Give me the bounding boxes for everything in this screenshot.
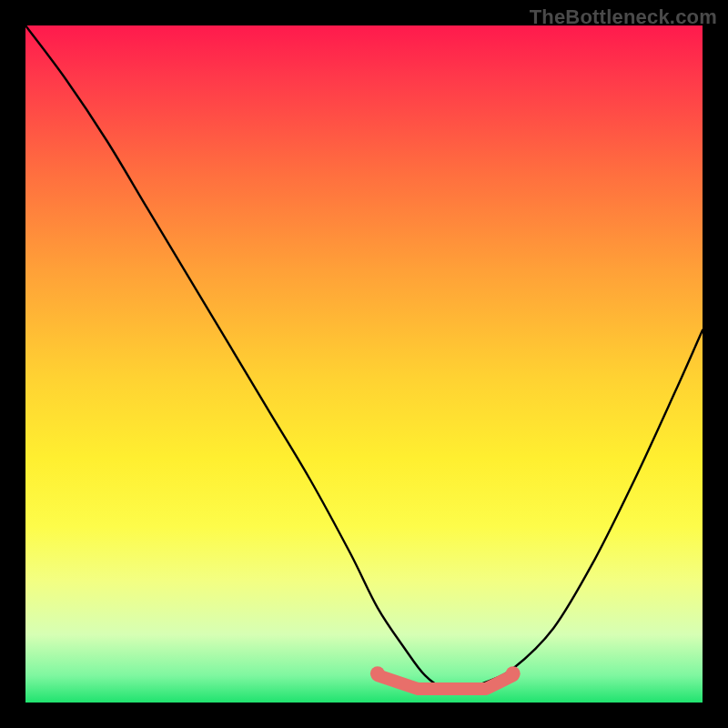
chart-overlay bbox=[25, 25, 703, 703]
baseline-markers bbox=[370, 666, 521, 689]
baseline-dot-right bbox=[506, 666, 521, 681]
chart-frame: TheBottleneck.com bbox=[0, 0, 728, 728]
watermark-text: TheBottleneck.com bbox=[530, 5, 717, 29]
chart-curve bbox=[25, 25, 703, 691]
baseline-stroke bbox=[378, 675, 513, 689]
baseline-dot-left bbox=[370, 666, 385, 681]
